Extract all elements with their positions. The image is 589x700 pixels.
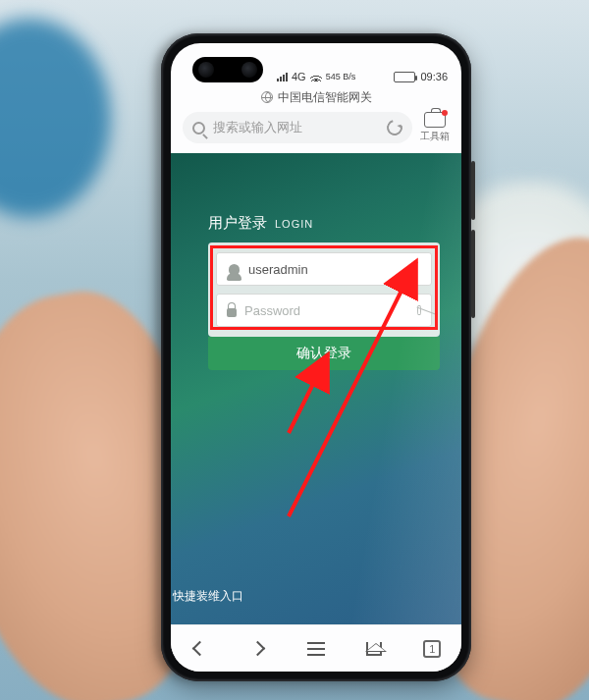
nav-back-button[interactable] [187, 636, 213, 662]
login-button[interactable]: 确认登录 [208, 337, 440, 370]
chevron-right-icon [250, 641, 266, 657]
login-form [208, 242, 440, 337]
nav-menu-button[interactable] [303, 636, 329, 662]
tabs-icon: 1 [423, 640, 441, 658]
front-camera-cutout [192, 57, 263, 82]
screen: 4G 545 B/s 09:36 中国电信智能网关 搜索或输入网址 工具 [171, 43, 461, 672]
page-title: 中国电信智能网关 [278, 89, 372, 106]
wifi-icon [310, 72, 322, 81]
network-gen: 4G [292, 71, 306, 82]
lock-icon [227, 308, 237, 317]
volume-button [471, 161, 475, 220]
password-input[interactable] [244, 303, 409, 318]
username-field[interactable] [216, 252, 432, 286]
quick-maintenance-link[interactable]: 快捷装维入口 [171, 588, 243, 605]
username-input[interactable] [248, 262, 421, 277]
reload-icon[interactable] [384, 117, 405, 138]
page-content: 用户登录 LOGIN 确认登录 [171, 153, 461, 624]
login-heading: 用户登录 LOGIN [208, 214, 440, 233]
menu-icon [307, 642, 325, 656]
phone-frame: 4G 545 B/s 09:36 中国电信智能网关 搜索或输入网址 工具 [161, 33, 471, 681]
nav-forward-button[interactable] [245, 636, 271, 662]
browser-bottom-nav: 1 [171, 624, 461, 672]
signal-icon [277, 72, 288, 81]
chevron-left-icon [192, 641, 208, 657]
search-icon [192, 122, 205, 135]
eye-off-icon[interactable] [417, 305, 421, 315]
briefcase-icon [424, 112, 446, 128]
toolbox-label: 工具箱 [420, 130, 450, 143]
page-title-bar: 中国电信智能网关 [171, 86, 461, 108]
power-button [471, 230, 475, 318]
notification-dot [442, 110, 448, 116]
password-field[interactable] [216, 294, 432, 327]
toolbox-button[interactable]: 工具箱 [420, 112, 450, 143]
globe-icon [261, 91, 273, 103]
address-bar[interactable]: 搜索或输入网址 [183, 112, 412, 143]
user-icon [229, 264, 240, 275]
address-placeholder: 搜索或输入网址 [213, 119, 379, 136]
nav-tabs-button[interactable]: 1 [419, 636, 445, 662]
clock: 09:36 [420, 71, 448, 82]
net-speed: 545 B/s [326, 72, 356, 81]
battery-icon [394, 72, 415, 82]
home-icon [366, 642, 382, 656]
nav-home-button[interactable] [361, 636, 387, 662]
